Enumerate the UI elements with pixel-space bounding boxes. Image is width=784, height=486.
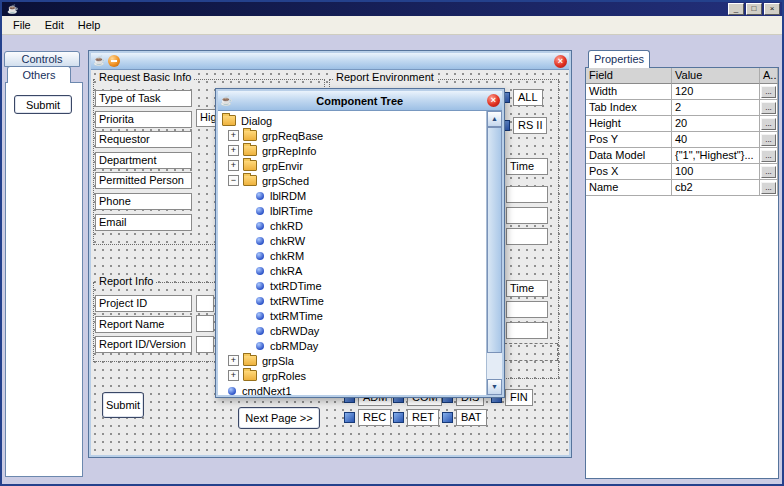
maximize-button[interactable]: □ — [746, 3, 762, 15]
check-all[interactable]: ALL — [499, 89, 543, 106]
time-label[interactable]: Time — [506, 158, 548, 175]
collapse-toggle-icon[interactable]: − — [228, 175, 239, 186]
property-value[interactable]: 20 — [672, 116, 760, 132]
tree-node-chkRA[interactable]: chkRA — [219, 263, 485, 278]
expand-toggle-icon[interactable]: + — [228, 355, 239, 366]
menu-help[interactable]: Help — [71, 17, 108, 33]
tree-scrollbar[interactable]: ▲ ▼ — [486, 111, 502, 395]
tree-node-txtRWTime[interactable]: txtRWTime — [219, 293, 485, 308]
form-submit-button[interactable]: Submit — [102, 392, 144, 418]
field-fragment[interactable] — [196, 336, 214, 353]
tree-node-cmdNext1[interactable]: cmdNext1 — [219, 383, 485, 395]
tab-properties[interactable]: Properties — [588, 50, 650, 68]
menu-edit[interactable]: Edit — [38, 17, 71, 33]
property-value[interactable]: {"1","Highest"}... — [672, 148, 760, 164]
field-fragment[interactable] — [196, 295, 214, 312]
scroll-up-button[interactable]: ▲ — [487, 111, 502, 127]
menu-bar: FileEditHelp — [2, 16, 782, 35]
property-value[interactable]: 2 — [672, 100, 760, 116]
field-fragment[interactable] — [506, 301, 548, 318]
field-fragment[interactable] — [506, 207, 548, 224]
component-icon — [256, 297, 264, 305]
basic-field-label[interactable]: Requestor — [95, 131, 192, 148]
component-icon — [256, 192, 264, 200]
tree-node-cbRWDay[interactable]: cbRWDay — [219, 323, 485, 338]
field-fragment[interactable] — [504, 343, 558, 361]
next-page-button[interactable]: Next Page >> — [238, 407, 320, 429]
basic-field-label[interactable]: Priorita — [95, 111, 192, 128]
basic-field-label[interactable]: Type of Task — [95, 90, 192, 107]
report-field-label[interactable]: Report ID/Version — [95, 336, 192, 353]
palette-submit-button[interactable]: Submit — [14, 95, 72, 114]
property-value[interactable]: 40 — [672, 132, 760, 148]
component-icon — [256, 327, 264, 335]
tree-node-chkRW[interactable]: chkRW — [219, 233, 485, 248]
orange-ball-icon[interactable] — [108, 55, 120, 67]
tree-node-grpRoles[interactable]: +grpRoles — [219, 368, 485, 383]
tree-node-txtRMTime[interactable]: txtRMTime — [219, 308, 485, 323]
tree-node-label: lblRTime — [270, 205, 313, 217]
check-bat[interactable]: BAT — [442, 409, 491, 426]
minimize-button[interactable]: _ — [728, 3, 744, 15]
designer-titlebar[interactable]: ☕ × — [91, 53, 569, 70]
time-label[interactable]: Time — [506, 280, 548, 297]
property-column-header: A... — [760, 68, 778, 84]
expand-toggle-icon[interactable]: + — [228, 130, 239, 141]
scroll-down-button[interactable]: ▼ — [487, 379, 502, 395]
folder-icon — [243, 175, 257, 186]
check-label: FIN — [505, 389, 533, 406]
scroll-thumb[interactable] — [487, 127, 502, 353]
tree-node-chkRD[interactable]: chkRD — [219, 218, 485, 233]
tree-node-grpSla[interactable]: +grpSla — [219, 353, 485, 368]
window-titlebar[interactable]: ☕ _ □ × — [2, 2, 782, 16]
tree-node-label: grpEnvir — [262, 160, 303, 172]
dialog-close-icon[interactable]: × — [487, 94, 500, 107]
property-ellipsis-button[interactable]: ... — [761, 102, 776, 114]
field-fragment[interactable] — [196, 315, 214, 332]
tab-controls[interactable]: Controls — [4, 51, 80, 67]
report-field-label[interactable]: Report Name — [95, 316, 192, 333]
property-ellipsis-button[interactable]: ... — [761, 134, 776, 146]
tree-node-txtRDTime[interactable]: txtRDTime — [219, 278, 485, 293]
tree-node-grpEnvir[interactable]: +grpEnvir — [219, 158, 485, 173]
basic-field-label[interactable]: Permitted Person — [95, 172, 192, 189]
basic-field-label[interactable]: Department — [95, 152, 192, 169]
designer-close-icon[interactable]: × — [554, 55, 567, 68]
check-ret[interactable]: RET — [393, 409, 442, 426]
property-value[interactable]: 100 — [672, 164, 760, 180]
tree-node-grpRepInfo[interactable]: +grpRepInfo — [219, 143, 485, 158]
group-label-basic: Request Basic Info — [96, 71, 194, 84]
report-field-label[interactable]: Project ID — [95, 295, 192, 312]
property-ellipsis-button[interactable]: ... — [761, 182, 776, 194]
field-fragment[interactable] — [506, 186, 548, 203]
field-fragment[interactable] — [506, 322, 548, 339]
expand-toggle-icon[interactable]: + — [228, 145, 239, 156]
property-name: Tab Index — [586, 100, 672, 116]
field-fragment[interactable] — [506, 228, 548, 245]
tree-node-cbRMDay[interactable]: cbRMDay — [219, 338, 485, 353]
tree-node-grpSched[interactable]: −grpSched — [219, 173, 485, 188]
check-rec[interactable]: REC — [344, 409, 393, 426]
basic-field-label[interactable]: Phone — [95, 193, 192, 210]
property-ellipsis-button[interactable]: ... — [761, 118, 776, 130]
property-value[interactable]: cb2 — [672, 180, 760, 196]
tree-node-lblRTime[interactable]: lblRTime — [219, 203, 485, 218]
basic-field-label[interactable]: Email — [95, 214, 192, 231]
expand-toggle-icon[interactable]: + — [228, 160, 239, 171]
tab-others[interactable]: Others — [7, 66, 71, 83]
property-ellipsis-button[interactable]: ... — [761, 150, 776, 162]
tree-node-Dialog[interactable]: Dialog — [219, 113, 485, 128]
tree-node-grpReqBase[interactable]: +grpReqBase — [219, 128, 485, 143]
folder-icon — [243, 145, 257, 156]
tree-node-chkRM[interactable]: chkRM — [219, 248, 485, 263]
property-value[interactable]: 120 — [672, 84, 760, 100]
close-button[interactable]: × — [764, 3, 780, 15]
menu-file[interactable]: File — [6, 17, 38, 33]
property-ellipsis-button[interactable]: ... — [761, 166, 776, 178]
check-rsii[interactable]: RS II — [499, 117, 547, 134]
tree-node-lblRDM[interactable]: lblRDM — [219, 188, 485, 203]
property-column-header: Value — [672, 68, 760, 84]
dialog-titlebar[interactable]: ☕ Component Tree × — [218, 91, 502, 111]
property-ellipsis-button[interactable]: ... — [761, 86, 776, 98]
expand-toggle-icon[interactable]: + — [228, 370, 239, 381]
